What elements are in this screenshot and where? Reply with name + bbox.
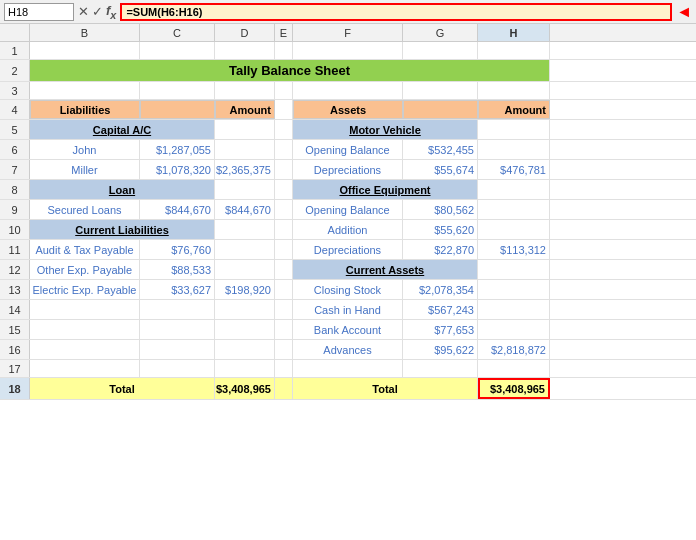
row-8: 8 Loan Office Equipment xyxy=(0,180,696,200)
cell-d3[interactable] xyxy=(215,82,275,99)
cell-f1[interactable] xyxy=(293,42,403,59)
cell-h13[interactable] xyxy=(478,280,550,299)
cell-h3[interactable] xyxy=(478,82,550,99)
cell-f3[interactable] xyxy=(293,82,403,99)
cell-d12[interactable] xyxy=(215,260,275,279)
cell-e13[interactable] xyxy=(275,280,293,299)
cell-h1[interactable] xyxy=(478,42,550,59)
cell-d5[interactable] xyxy=(215,120,275,139)
title-cell: Tally Balance Sheet xyxy=(30,60,550,81)
cell-e12[interactable] xyxy=(275,260,293,279)
cell-b15[interactable] xyxy=(30,320,140,339)
cell-john-amt: $1,287,055 xyxy=(140,140,215,159)
row-4: 4 Liabilities Amount Assets Amount xyxy=(0,100,696,120)
cell-d8[interactable] xyxy=(215,180,275,199)
cell-d15[interactable] xyxy=(215,320,275,339)
cell-e7[interactable] xyxy=(275,160,293,179)
row-3: 3 xyxy=(0,82,696,100)
cell-addition: Addition xyxy=(293,220,403,239)
cell-c3[interactable] xyxy=(140,82,215,99)
cell-h17[interactable] xyxy=(478,360,550,377)
col-header-c[interactable]: C xyxy=(140,24,215,41)
cell-b1[interactable] xyxy=(30,42,140,59)
cell-opening-amt: $532,455 xyxy=(403,140,478,159)
cell-c15[interactable] xyxy=(140,320,215,339)
cell-e14[interactable] xyxy=(275,300,293,319)
cell-h12[interactable] xyxy=(478,260,550,279)
col-header-h[interactable]: H xyxy=(478,24,550,41)
cell-g4 xyxy=(403,100,478,119)
cell-h15[interactable] xyxy=(478,320,550,339)
cell-miller-amt: $1,078,320 xyxy=(140,160,215,179)
cell-h10[interactable] xyxy=(478,220,550,239)
cell-office-open-amt: $80,562 xyxy=(403,200,478,219)
cancel-icon[interactable]: ✕ xyxy=(78,4,89,19)
rownum-13: 13 xyxy=(0,280,30,299)
cell-d11[interactable] xyxy=(215,240,275,259)
cell-g17[interactable] xyxy=(403,360,478,377)
cell-c17[interactable] xyxy=(140,360,215,377)
formula-input[interactable] xyxy=(120,3,672,21)
cell-g3[interactable] xyxy=(403,82,478,99)
cell-b3[interactable] xyxy=(30,82,140,99)
cell-c1[interactable] xyxy=(140,42,215,59)
current-liab-header: Current Liabilities xyxy=(30,220,215,239)
cell-e15[interactable] xyxy=(275,320,293,339)
cell-e1[interactable] xyxy=(275,42,293,59)
cell-h8[interactable] xyxy=(478,180,550,199)
cell-d10[interactable] xyxy=(215,220,275,239)
col-header-e[interactable]: E xyxy=(275,24,293,41)
confirm-icon[interactable]: ✓ xyxy=(92,4,103,19)
loan-header: Loan xyxy=(30,180,215,199)
cell-c14[interactable] xyxy=(140,300,215,319)
rownum-6: 6 xyxy=(0,140,30,159)
cell-h9[interactable] xyxy=(478,200,550,219)
col-header-f[interactable]: F xyxy=(293,24,403,41)
assets-header: Assets xyxy=(293,100,403,119)
cell-e9[interactable] xyxy=(275,200,293,219)
cell-h14[interactable] xyxy=(478,300,550,319)
row-12: 12 Other Exp. Payable $88,533 Current As… xyxy=(0,260,696,280)
cell-opening-bal: Opening Balance xyxy=(293,140,403,159)
cell-secured: Secured Loans xyxy=(30,200,140,219)
col-header-d[interactable]: D xyxy=(215,24,275,41)
liabilities-header: Liabilities xyxy=(30,100,140,119)
row-14: 14 Cash in Hand $567,243 xyxy=(0,300,696,320)
cell-d17[interactable] xyxy=(215,360,275,377)
cell-e10[interactable] xyxy=(275,220,293,239)
cell-d1[interactable] xyxy=(215,42,275,59)
assets-amount-header: Amount xyxy=(478,100,550,119)
col-header-b[interactable]: B xyxy=(30,24,140,41)
cell-e16[interactable] xyxy=(275,340,293,359)
cell-d14[interactable] xyxy=(215,300,275,319)
cell-b14[interactable] xyxy=(30,300,140,319)
cell-c16[interactable] xyxy=(140,340,215,359)
cell-c4 xyxy=(140,100,215,119)
cell-e11[interactable] xyxy=(275,240,293,259)
rownum-17: 17 xyxy=(0,360,30,377)
cell-e6[interactable] xyxy=(275,140,293,159)
cell-g1[interactable] xyxy=(403,42,478,59)
row-1: 1 xyxy=(0,42,696,60)
cell-dep: Depreciations xyxy=(293,160,403,179)
cell-d16[interactable] xyxy=(215,340,275,359)
cell-h5[interactable] xyxy=(478,120,550,139)
cell-b17[interactable] xyxy=(30,360,140,377)
col-header-g[interactable]: G xyxy=(403,24,478,41)
corner-header xyxy=(0,24,30,41)
cell-e8[interactable] xyxy=(275,180,293,199)
grid-body: 1 2 Tally Balance Sheet 3 4 xyxy=(0,42,696,400)
name-box[interactable]: H18 xyxy=(4,3,74,21)
rownum-8: 8 xyxy=(0,180,30,199)
cell-e3[interactable] xyxy=(275,82,293,99)
cell-f17[interactable] xyxy=(293,360,403,377)
formula-bar: H18 ✕ ✓ fx ◄ xyxy=(0,0,696,24)
cell-e4[interactable] xyxy=(275,100,293,119)
cell-e5[interactable] xyxy=(275,120,293,139)
function-icon[interactable]: fx xyxy=(106,3,116,21)
rownum-1: 1 xyxy=(0,42,30,59)
cell-d6[interactable] xyxy=(215,140,275,159)
cell-e17[interactable] xyxy=(275,360,293,377)
cell-h6[interactable] xyxy=(478,140,550,159)
cell-b16[interactable] xyxy=(30,340,140,359)
